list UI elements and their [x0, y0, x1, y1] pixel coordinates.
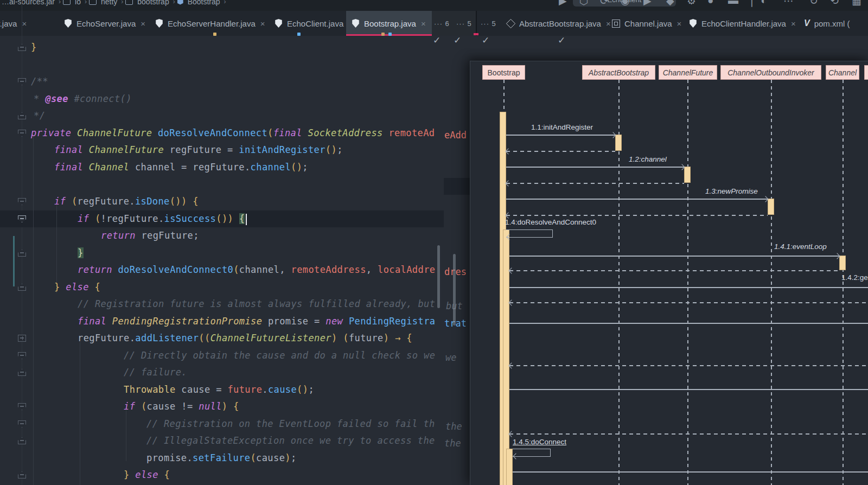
message-label[interactable]: 1.2:channel — [629, 155, 667, 163]
lifeline-box-ChannelOutboundInvoker[interactable]: ChannelOutboundInvoker — [720, 65, 821, 80]
indent-guide — [126, 410, 126, 461]
code-token: final — [78, 316, 112, 327]
layout-icon[interactable]: ▦ — [852, 0, 861, 7]
fold-collapse-icon[interactable] — [18, 112, 26, 119]
record-icon[interactable]: ● — [707, 0, 713, 7]
code-token: addListener — [135, 333, 199, 343]
return-message-arrow — [506, 183, 684, 184]
message-arrow — [506, 135, 615, 136]
code-token: ) — [384, 333, 395, 343]
fold-collapse-icon[interactable] — [18, 437, 26, 444]
fold-collapse-icon[interactable] — [18, 250, 26, 257]
code-token: isDone — [135, 196, 170, 207]
sync-icon[interactable]: ↻ — [809, 0, 818, 7]
restart-icon[interactable]: ⟲ — [830, 0, 839, 7]
debug-icon[interactable]: ⬡ — [579, 0, 589, 7]
code-line: // IllegalStateException once we try to … — [146, 432, 435, 449]
fold-collapse-icon[interactable] — [18, 369, 26, 376]
run-icon[interactable]: ▶ — [559, 0, 567, 7]
fold-collapse-icon[interactable] — [18, 420, 26, 427]
scrollbar-thumb[interactable] — [453, 254, 456, 326]
stop-icon[interactable]: ▬ — [728, 0, 738, 7]
lifeline-box-ChannelFuture[interactable]: ChannelFuture — [659, 65, 717, 80]
tab-echoclienthandler-java[interactable]: EchoClientHandler.java× — [684, 11, 795, 36]
fold-collapse-icon[interactable] — [18, 130, 26, 137]
rerun-icon[interactable]: ⟳ — [600, 0, 609, 7]
tab-pom-xml-[interactable]: Vpom.xml ( — [799, 11, 864, 36]
settings-icon[interactable]: ⚙ — [687, 0, 696, 7]
message-label[interactable]: 1.4:doResolveAndConnect0 — [505, 218, 596, 226]
tab-abstractbootstrap-java[interactable]: AbstractBootstrap.java× — [501, 11, 603, 36]
message-arrow — [513, 471, 868, 473]
services-icon[interactable]: ◆ — [666, 0, 674, 7]
code-line: // failure. — [124, 364, 187, 381]
code-token: ( — [95, 213, 101, 224]
code-token: ( — [233, 264, 239, 275]
code-pane-right-sliver[interactable]: eAdddresbuttratwethethe — [444, 0, 470, 485]
code-line: return regFuture; — [101, 227, 199, 244]
code-token: ) ( — [331, 333, 349, 343]
scrollbar-thumb[interactable] — [437, 245, 440, 308]
message-label[interactable]: 1.4.5:doConnect — [513, 438, 566, 446]
return-message-arrow — [506, 215, 768, 216]
fold-icon-bar — [20, 47, 24, 48]
editor-split-divider[interactable] — [476, 11, 477, 36]
code-token: final — [54, 162, 89, 173]
coverage-icon[interactable]: ◉ — [621, 0, 630, 7]
code-token: . — [262, 384, 268, 395]
sequence-diagram-panel[interactable]: BootstrapAbstractBootstrapChannelFutureC… — [470, 61, 868, 485]
return-message-arrow — [509, 365, 868, 366]
message-label[interactable]: 1.4.1:eventLoop — [774, 242, 827, 251]
message-label[interactable]: 1.3:newPromise — [705, 187, 758, 195]
code-token: ( — [267, 127, 273, 138]
checkmark-icon: ✓ — [558, 35, 565, 46]
code-line: } else { — [54, 279, 100, 296]
activation-bar — [503, 229, 509, 485]
close-icon[interactable]: × — [677, 19, 682, 28]
code-token: { — [164, 469, 170, 480]
notifications-icon[interactable]: ◐ — [761, 0, 767, 7]
fold-collapse-icon[interactable] — [18, 284, 26, 291]
more-icon[interactable]: ⋯ — [783, 0, 794, 7]
fold-icon-bar — [20, 372, 24, 373]
fold-icon-bar — [20, 440, 24, 441]
code-pane-left[interactable]: }/*** @see #connect()*/private ChannelFu… — [0, 0, 444, 485]
message-label[interactable]: 1.1:initAndRegister — [531, 123, 593, 131]
code-line: final ChannelFuture regFuture = initAndR… — [54, 142, 343, 158]
return-message-arrow — [506, 151, 615, 152]
code-token: null — [199, 401, 222, 412]
lifeline-box-AbstractBootstrap[interactable]: AbstractBootstrap — [582, 65, 655, 80]
close-icon[interactable]: × — [791, 19, 796, 28]
lifeline-box-Channel[interactable]: Channel — [826, 65, 859, 80]
code-token: ; — [291, 452, 297, 463]
tab-channel-java[interactable]: Channel.java× — [607, 11, 680, 36]
code-token: ChannelFuture — [89, 144, 170, 155]
code-fragment: eAdd — [444, 127, 467, 144]
activation-bar — [615, 135, 622, 151]
lifeline — [771, 80, 772, 485]
maven-icon: V — [804, 18, 810, 28]
profile-icon[interactable]: ▶ — [643, 0, 652, 7]
message-label[interactable]: 1.4.2:ge — [841, 273, 868, 282]
lifeline-box-Bootstrap[interactable]: Bootstrap — [482, 65, 525, 80]
return-message-arrow — [509, 433, 868, 435]
divider-icon[interactable]: ❘ — [748, 0, 756, 7]
fold-collapse-icon[interactable] — [18, 352, 26, 359]
fold-collapse-icon[interactable] — [18, 44, 26, 51]
fold-collapse-icon[interactable] — [18, 471, 26, 478]
code-token: return — [78, 264, 118, 275]
code-token: ; — [302, 162, 308, 173]
lifeline-box-clipped[interactable] — [864, 65, 868, 80]
fold-expand-icon[interactable] — [18, 335, 26, 342]
code-line: regFuture.addListener((ChannelFutureList… — [78, 330, 412, 347]
self-call-arrow — [506, 229, 553, 238]
code-token: ( — [72, 196, 78, 207]
fold-icon-bar — [20, 355, 24, 356]
code-token: remoteAd — [388, 127, 435, 138]
message-arrow — [509, 287, 868, 288]
ide-window: …al-sources.jar›io›netty›bootstrap›Boots… — [0, 0, 868, 485]
fold-collapse-icon[interactable] — [18, 78, 26, 85]
tab-overflow-pill[interactable]: ··· 5 — [481, 11, 496, 36]
fold-collapse-icon[interactable] — [18, 403, 26, 410]
fold-collapse-icon[interactable] — [18, 198, 26, 205]
